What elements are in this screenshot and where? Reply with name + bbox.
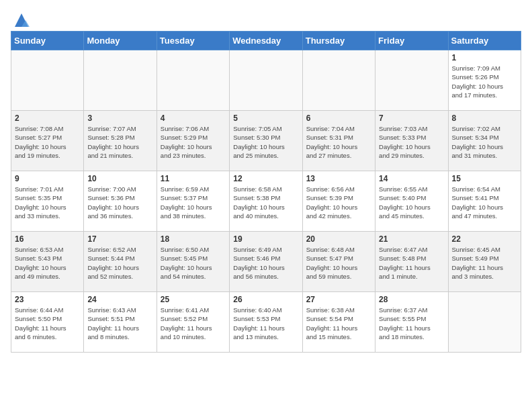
table-row: 12Sunrise: 6:58 AM Sunset: 5:38 PM Dayli…	[230, 171, 302, 232]
table-row: 1Sunrise: 7:09 AM Sunset: 5:26 PM Daylig…	[448, 50, 521, 111]
calendar-header-row: SundayMondayTuesdayWednesdayThursdayFrid…	[11, 32, 521, 50]
day-info: Sunrise: 6:52 AM Sunset: 5:44 PM Dayligh…	[87, 245, 152, 281]
calendar-table: SundayMondayTuesdayWednesdayThursdayFrid…	[11, 31, 521, 353]
page-header	[11, 11, 521, 26]
day-number: 24	[87, 295, 152, 304]
column-header-monday: Monday	[84, 32, 157, 50]
day-number: 20	[306, 234, 371, 244]
day-info: Sunrise: 7:04 AM Sunset: 5:31 PM Dayligh…	[306, 124, 371, 160]
table-row	[11, 50, 84, 111]
day-number: 12	[233, 174, 298, 183]
table-row: 24Sunrise: 6:43 AM Sunset: 5:51 PM Dayli…	[84, 292, 157, 353]
logo	[11, 11, 31, 26]
day-info: Sunrise: 6:53 AM Sunset: 5:43 PM Dayligh…	[15, 245, 80, 281]
day-info: Sunrise: 6:58 AM Sunset: 5:38 PM Dayligh…	[233, 185, 298, 220]
table-row: 26Sunrise: 6:40 AM Sunset: 5:53 PM Dayli…	[230, 292, 302, 353]
day-number: 26	[233, 295, 298, 304]
day-number: 2	[15, 113, 80, 123]
table-row	[230, 50, 302, 111]
day-info: Sunrise: 6:54 AM Sunset: 5:41 PM Dayligh…	[452, 185, 517, 220]
day-number: 1	[452, 53, 517, 62]
day-info: Sunrise: 6:55 AM Sunset: 5:40 PM Dayligh…	[379, 185, 444, 220]
day-number: 19	[233, 234, 298, 244]
day-info: Sunrise: 6:48 AM Sunset: 5:47 PM Dayligh…	[306, 245, 371, 281]
table-row: 8Sunrise: 7:02 AM Sunset: 5:34 PM Daylig…	[448, 111, 521, 171]
calendar-week-row: 9Sunrise: 7:01 AM Sunset: 5:35 PM Daylig…	[11, 171, 521, 232]
table-row: 25Sunrise: 6:41 AM Sunset: 5:52 PM Dayli…	[157, 292, 229, 353]
day-number: 10	[87, 174, 152, 183]
table-row	[84, 50, 157, 111]
day-info: Sunrise: 6:38 AM Sunset: 5:54 PM Dayligh…	[306, 306, 371, 341]
day-number: 3	[87, 113, 152, 123]
table-row	[302, 50, 375, 111]
day-info: Sunrise: 6:43 AM Sunset: 5:51 PM Dayligh…	[87, 306, 152, 341]
table-row: 15Sunrise: 6:54 AM Sunset: 5:41 PM Dayli…	[448, 171, 521, 232]
table-row: 2Sunrise: 7:08 AM Sunset: 5:27 PM Daylig…	[11, 111, 84, 171]
day-number: 23	[15, 295, 80, 304]
table-row: 27Sunrise: 6:38 AM Sunset: 5:54 PM Dayli…	[302, 292, 375, 353]
table-row: 11Sunrise: 6:59 AM Sunset: 5:37 PM Dayli…	[157, 171, 229, 232]
day-info: Sunrise: 7:06 AM Sunset: 5:29 PM Dayligh…	[161, 124, 226, 160]
table-row: 4Sunrise: 7:06 AM Sunset: 5:29 PM Daylig…	[157, 111, 229, 171]
table-row: 28Sunrise: 6:37 AM Sunset: 5:55 PM Dayli…	[375, 292, 448, 353]
day-number: 9	[15, 174, 80, 183]
calendar-week-row: 23Sunrise: 6:44 AM Sunset: 5:50 PM Dayli…	[11, 292, 521, 353]
column-header-friday: Friday	[375, 32, 448, 50]
table-row: 6Sunrise: 7:04 AM Sunset: 5:31 PM Daylig…	[302, 111, 375, 171]
day-info: Sunrise: 7:00 AM Sunset: 5:36 PM Dayligh…	[87, 185, 152, 220]
day-number: 11	[161, 174, 226, 183]
calendar-week-row: 2Sunrise: 7:08 AM Sunset: 5:27 PM Daylig…	[11, 111, 521, 171]
day-number: 25	[161, 295, 226, 304]
logo-icon	[12, 11, 31, 30]
calendar-week-row: 1Sunrise: 7:09 AM Sunset: 5:26 PM Daylig…	[11, 50, 521, 111]
table-row: 14Sunrise: 6:55 AM Sunset: 5:40 PM Dayli…	[375, 171, 448, 232]
table-row: 19Sunrise: 6:49 AM Sunset: 5:46 PM Dayli…	[230, 232, 302, 292]
day-info: Sunrise: 7:02 AM Sunset: 5:34 PM Dayligh…	[452, 124, 517, 160]
day-number: 5	[233, 113, 298, 123]
table-row: 18Sunrise: 6:50 AM Sunset: 5:45 PM Dayli…	[157, 232, 229, 292]
day-number: 4	[161, 113, 226, 123]
day-info: Sunrise: 6:44 AM Sunset: 5:50 PM Dayligh…	[15, 306, 80, 341]
day-info: Sunrise: 6:59 AM Sunset: 5:37 PM Dayligh…	[161, 185, 226, 220]
table-row: 7Sunrise: 7:03 AM Sunset: 5:33 PM Daylig…	[375, 111, 448, 171]
table-row: 5Sunrise: 7:05 AM Sunset: 5:30 PM Daylig…	[230, 111, 302, 171]
table-row: 10Sunrise: 7:00 AM Sunset: 5:36 PM Dayli…	[84, 171, 157, 232]
day-number: 15	[452, 174, 517, 183]
day-number: 18	[161, 234, 226, 244]
column-header-thursday: Thursday	[302, 32, 375, 50]
column-header-sunday: Sunday	[11, 32, 84, 50]
table-row: 20Sunrise: 6:48 AM Sunset: 5:47 PM Dayli…	[302, 232, 375, 292]
day-info: Sunrise: 6:40 AM Sunset: 5:53 PM Dayligh…	[233, 306, 298, 341]
day-info: Sunrise: 6:37 AM Sunset: 5:55 PM Dayligh…	[379, 306, 444, 341]
table-row: 3Sunrise: 7:07 AM Sunset: 5:28 PM Daylig…	[84, 111, 157, 171]
day-number: 6	[306, 113, 371, 123]
day-info: Sunrise: 7:08 AM Sunset: 5:27 PM Dayligh…	[15, 124, 80, 160]
day-number: 7	[379, 113, 444, 123]
day-number: 16	[15, 234, 80, 244]
column-header-saturday: Saturday	[448, 32, 521, 50]
day-number: 14	[379, 174, 444, 183]
day-number: 8	[452, 113, 517, 123]
column-header-tuesday: Tuesday	[157, 32, 229, 50]
day-info: Sunrise: 7:09 AM Sunset: 5:26 PM Dayligh…	[452, 64, 517, 99]
table-row: 9Sunrise: 7:01 AM Sunset: 5:35 PM Daylig…	[11, 171, 84, 232]
table-row: 13Sunrise: 6:56 AM Sunset: 5:39 PM Dayli…	[302, 171, 375, 232]
day-info: Sunrise: 7:07 AM Sunset: 5:28 PM Dayligh…	[87, 124, 152, 160]
day-info: Sunrise: 6:56 AM Sunset: 5:39 PM Dayligh…	[306, 185, 371, 220]
day-number: 17	[87, 234, 152, 244]
table-row: 22Sunrise: 6:45 AM Sunset: 5:49 PM Dayli…	[448, 232, 521, 292]
calendar-week-row: 16Sunrise: 6:53 AM Sunset: 5:43 PM Dayli…	[11, 232, 521, 292]
table-row: 21Sunrise: 6:47 AM Sunset: 5:48 PM Dayli…	[375, 232, 448, 292]
table-row: 23Sunrise: 6:44 AM Sunset: 5:50 PM Dayli…	[11, 292, 84, 353]
day-number: 28	[379, 295, 444, 304]
day-info: Sunrise: 6:41 AM Sunset: 5:52 PM Dayligh…	[161, 306, 226, 341]
day-info: Sunrise: 6:47 AM Sunset: 5:48 PM Dayligh…	[379, 245, 444, 281]
day-number: 13	[306, 174, 371, 183]
table-row	[448, 292, 521, 353]
column-header-wednesday: Wednesday	[230, 32, 302, 50]
day-info: Sunrise: 6:45 AM Sunset: 5:49 PM Dayligh…	[452, 245, 517, 281]
day-info: Sunrise: 7:05 AM Sunset: 5:30 PM Dayligh…	[233, 124, 298, 160]
table-row	[375, 50, 448, 111]
day-info: Sunrise: 6:50 AM Sunset: 5:45 PM Dayligh…	[161, 245, 226, 281]
day-number: 22	[452, 234, 517, 244]
